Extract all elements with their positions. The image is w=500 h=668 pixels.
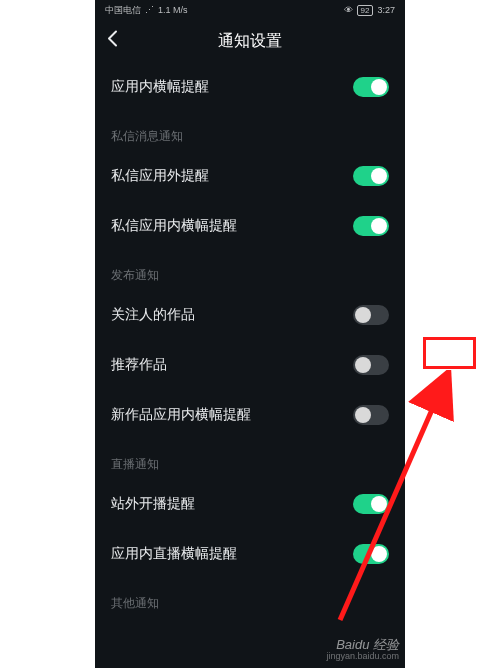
toggle-new-works-banner[interactable] xyxy=(353,405,389,425)
wifi-speed: 1.1 M/s xyxy=(158,5,188,15)
watermark-sub: jingyan.baidu.com xyxy=(326,652,399,662)
section-live: 直播通知 xyxy=(111,440,389,479)
clock: 3:27 xyxy=(377,5,395,15)
chevron-left-icon xyxy=(107,30,118,48)
toggle-recommend-works[interactable] xyxy=(353,355,389,375)
carrier-label: 中国电信 xyxy=(105,4,141,17)
toggle-follow-works[interactable] xyxy=(353,305,389,325)
section-dm: 私信消息通知 xyxy=(111,112,389,151)
row-label: 新作品应用内横幅提醒 xyxy=(111,406,251,424)
section-publish: 发布通知 xyxy=(111,251,389,290)
row-label: 私信应用内横幅提醒 xyxy=(111,217,237,235)
row-new-works-banner: 新作品应用内横幅提醒 xyxy=(111,390,389,440)
row-recommend-works: 推荐作品 xyxy=(111,340,389,390)
page-header: 通知设置 xyxy=(95,20,405,62)
row-label: 站外开播提醒 xyxy=(111,495,195,513)
row-follow-works: 关注人的作品 xyxy=(111,290,389,340)
phone-screen: 中国电信 ⋰ 1.1 M/s 👁 92 3:27 通知设置 应用内横幅提醒 私信… xyxy=(95,0,405,668)
row-label: 私信应用外提醒 xyxy=(111,167,209,185)
row-live-banner: 应用内直播横幅提醒 xyxy=(111,529,389,579)
section-other: 其他通知 xyxy=(111,579,389,618)
row-label: 应用内横幅提醒 xyxy=(111,78,209,96)
eye-icon: 👁 xyxy=(344,5,353,15)
toggle-in-app-banner[interactable] xyxy=(353,77,389,97)
row-label: 推荐作品 xyxy=(111,356,167,374)
row-in-app-banner: 应用内横幅提醒 xyxy=(111,62,389,112)
toggle-live-banner[interactable] xyxy=(353,544,389,564)
watermark-main: Baidu 经验 xyxy=(326,638,399,652)
row-dm-external: 私信应用外提醒 xyxy=(111,151,389,201)
toggle-dm-external[interactable] xyxy=(353,166,389,186)
battery-indicator: 92 xyxy=(357,5,374,16)
row-label: 应用内直播横幅提醒 xyxy=(111,545,237,563)
back-button[interactable] xyxy=(107,30,118,53)
toggle-dm-banner[interactable] xyxy=(353,216,389,236)
toggle-live-external[interactable] xyxy=(353,494,389,514)
row-live-external: 站外开播提醒 xyxy=(111,479,389,529)
row-dm-banner: 私信应用内横幅提醒 xyxy=(111,201,389,251)
settings-list: 应用内横幅提醒 私信消息通知 私信应用外提醒 私信应用内横幅提醒 发布通知 关注… xyxy=(95,62,405,618)
watermark: Baidu 经验 jingyan.baidu.com xyxy=(326,638,399,662)
page-title: 通知设置 xyxy=(218,31,282,52)
status-bar: 中国电信 ⋰ 1.1 M/s 👁 92 3:27 xyxy=(95,0,405,20)
annotation-highlight xyxy=(423,337,476,369)
wifi-icon: ⋰ xyxy=(145,5,154,15)
row-label: 关注人的作品 xyxy=(111,306,195,324)
